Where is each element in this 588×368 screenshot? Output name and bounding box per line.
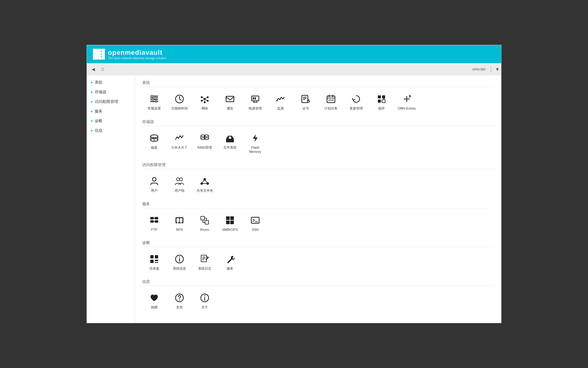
svg-rect-50: [378, 100, 381, 103]
monitor-label: 监测: [277, 106, 284, 110]
icon-item-certificate[interactable]: 证书: [294, 91, 318, 113]
icon-item-smart[interactable]: S.M.A.R.T.: [167, 130, 191, 156]
menu-button[interactable]: ⋮: [488, 66, 494, 73]
power-label: 电源管理: [249, 106, 262, 110]
icon-item-usergroup[interactable]: 用户组: [167, 173, 191, 195]
icon-item-disk[interactable]: 磁盘: [142, 130, 166, 156]
svg-rect-73: [229, 137, 231, 139]
section-system: 系统: [142, 80, 494, 113]
dropdown-button[interactable]: ▾: [496, 66, 499, 73]
icon-item-donate[interactable]: 捐赠: [142, 289, 166, 312]
svg-point-47: [332, 100, 333, 101]
icon-item-filesystem[interactable]: 文件系统: [218, 130, 242, 156]
icon-item-schedule[interactable]: 计划任务: [319, 91, 343, 113]
user-label: 用户: [151, 188, 158, 193]
section-access: 访问权限管理 用户: [142, 162, 494, 195]
smart-label: S.M.A.R.T.: [172, 145, 188, 150]
svg-rect-30: [253, 97, 254, 100]
expand-icon-system: +: [90, 80, 93, 85]
icon-item-about[interactable]: 关于: [193, 289, 217, 312]
section-title-access: 访问权限管理: [142, 162, 494, 169]
icon-item-general-settings[interactable]: 常规设置: [142, 91, 166, 113]
svg-rect-8: [150, 99, 158, 100]
sidebar-item-info[interactable]: + 信息: [87, 126, 135, 135]
sidebar-item-storage[interactable]: + 存储器: [87, 87, 135, 97]
user-icon: [149, 176, 159, 187]
icon-item-rsync[interactable]: Rsync: [193, 212, 217, 234]
icon-item-smb[interactable]: SMB/CIFS: [218, 212, 242, 234]
collapse-button[interactable]: ◀: [89, 66, 97, 73]
svg-rect-91: [176, 218, 179, 222]
content-area: 系统: [135, 75, 501, 323]
sidebar-item-services[interactable]: + 服务: [87, 107, 135, 116]
update-label: 更新管理: [350, 106, 363, 110]
logo: openmediavault The open network attached…: [93, 49, 167, 60]
wrench-icon: [225, 254, 235, 264]
icon-item-datetime[interactable]: 日期和时间: [167, 91, 191, 113]
icon-grid-services: FTP NFS: [142, 212, 494, 234]
icon-item-support[interactable]: 支持: [167, 289, 191, 312]
icon-item-syslog[interactable]: 系统日志: [193, 251, 217, 273]
flash-icon: [250, 133, 260, 144]
icon-item-nfs[interactable]: NFS: [167, 212, 191, 234]
icon-item-raid[interactable]: RAID管理: [193, 130, 217, 156]
svg-rect-92: [180, 218, 182, 222]
svg-rect-48: [378, 95, 381, 98]
icon-grid-info: 捐赠 支持: [142, 289, 494, 312]
sidebar-item-system[interactable]: + 系统: [87, 78, 135, 87]
logo-tagline: The open network attached storage soluti…: [108, 57, 167, 60]
icon-item-ssh[interactable]: SSH: [243, 212, 267, 234]
svg-point-62: [153, 139, 155, 140]
icon-item-monitor[interactable]: 监测: [268, 91, 292, 113]
icon-item-network[interactable]: 网络: [193, 91, 217, 113]
sidebar-item-access[interactable]: + 访问权限管理: [87, 97, 135, 107]
svg-point-120: [204, 295, 205, 296]
icon-item-service-diag[interactable]: 服务: [218, 251, 242, 273]
svg-rect-41: [327, 96, 335, 103]
about-label: 关于: [201, 305, 208, 309]
icon-grid-diagnostics: 仪表盘 系统信息: [142, 251, 494, 273]
svg-point-77: [179, 178, 182, 181]
section-title-services: 服务: [142, 201, 494, 208]
main-layout: + 系统 + 存储器 + 访问权限管理 + 服务 + 诊断 + 信息: [87, 75, 501, 323]
usergroup-icon: [175, 176, 184, 187]
icon-item-notification[interactable]: 通告: [218, 91, 242, 113]
icon-item-update[interactable]: 更新管理: [344, 91, 368, 113]
svg-rect-108: [157, 262, 158, 263]
clock-icon: [175, 94, 184, 104]
toolbar: ◀ ⌂ omv.lan ⋮ ▾: [87, 63, 501, 75]
icon-item-sharedfolder[interactable]: 共享文件夹: [193, 173, 217, 195]
smart-icon: [175, 133, 184, 144]
extras-icon: [402, 94, 412, 104]
icon-item-dashboard[interactable]: 仪表盘: [142, 251, 166, 273]
icon-item-user[interactable]: 用户: [142, 173, 166, 195]
svg-point-11: [155, 97, 156, 99]
svg-rect-71: [226, 139, 234, 142]
sharedfolder-label: 共享文件夹: [197, 188, 213, 193]
heart-icon: [149, 292, 159, 303]
icon-item-plugins[interactable]: 插件: [369, 91, 394, 113]
icon-item-ftp[interactable]: FTP: [142, 212, 166, 234]
svg-point-57: [408, 96, 410, 97]
sidebar: + 系统 + 存储器 + 访问权限管理 + 服务 + 诊断 + 信息: [87, 75, 135, 323]
icon-item-sysinfo[interactable]: 系统信息: [167, 251, 191, 273]
sidebar-label-diagnostics: 诊断: [95, 118, 103, 124]
icon-grid-system: 常规设置 日期和时间: [142, 91, 494, 113]
icon-item-power[interactable]: 电源管理: [243, 91, 267, 113]
icon-item-flash[interactable]: Flash Memory: [243, 130, 267, 156]
icon-item-omv-extras[interactable]: OMV-Extras: [395, 91, 419, 113]
sidebar-item-diagnostics[interactable]: + 诊断: [87, 116, 135, 126]
update-icon: [351, 94, 361, 104]
svg-point-111: [179, 256, 180, 258]
home-button[interactable]: ⌂: [99, 65, 107, 73]
svg-line-27: [205, 99, 208, 101]
svg-point-75: [152, 178, 156, 181]
help-icon: [175, 292, 184, 303]
svg-rect-31: [255, 97, 256, 100]
section-diagnostics: 诊断 仪表盘: [142, 240, 494, 273]
general-settings-label: 常规设置: [148, 106, 161, 110]
donate-label: 捐赠: [151, 305, 158, 309]
svg-rect-7: [150, 97, 158, 98]
sysinfo-label: 系统信息: [173, 266, 186, 271]
svg-point-3: [101, 51, 102, 52]
